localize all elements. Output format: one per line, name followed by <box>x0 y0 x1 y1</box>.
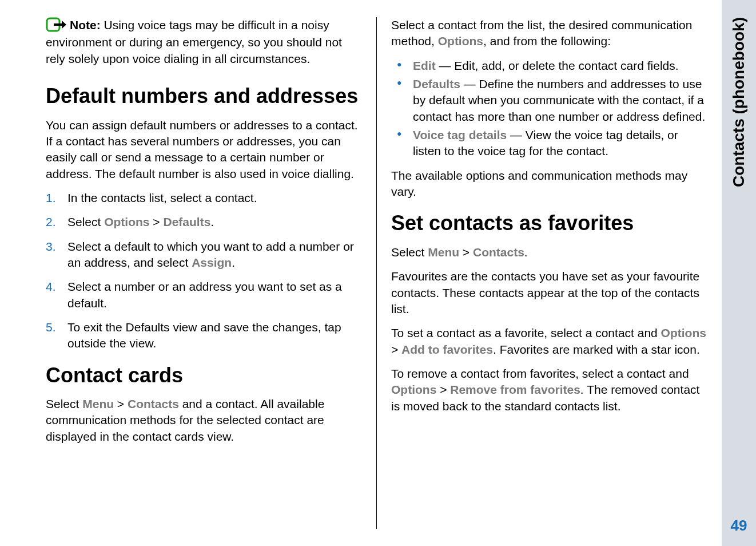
contact-cards-p1: Select Menu > Contacts and a contact. Al… <box>46 396 362 445</box>
page: Note: Using voice tags may be difficult … <box>0 0 756 546</box>
menu-term-remove-favorites: Remove from favorites <box>450 383 580 396</box>
menu-term-edit: Edit <box>413 59 436 72</box>
heading-default-numbers: Default numbers and addresses <box>46 84 362 108</box>
note-block: Note: Using voice tags may be difficult … <box>46 17 362 67</box>
menu-term-options: Options <box>391 383 436 396</box>
step-text-post: . <box>232 256 235 269</box>
menu-term-contacts: Contacts <box>473 246 524 259</box>
sidebar: Contacts (phonebook) 49 <box>722 0 756 546</box>
text-pre: Select <box>46 397 82 410</box>
step-number: 5. <box>46 319 56 335</box>
text-post: . <box>524 246 528 259</box>
heading-contact-cards: Contact cards <box>46 363 362 387</box>
menu-term-options: Options <box>104 215 149 228</box>
left-column: Note: Using voice tags may be difficult … <box>31 17 377 529</box>
default-numbers-intro: You can assign default numbers or addres… <box>46 117 362 182</box>
content-columns: Note: Using voice tags may be difficult … <box>31 17 722 529</box>
menu-term-voice-tag: Voice tag details <box>413 128 507 141</box>
sep: > <box>150 215 164 228</box>
sep: > <box>114 397 128 410</box>
step-text: To exit the Defaults view and save the c… <box>67 321 341 350</box>
menu-term-menu: Menu <box>82 397 114 410</box>
sep: > <box>459 246 473 259</box>
bullet-voice-tag: Voice tag details — View the voice tag d… <box>391 127 707 160</box>
step-text: Select a number or an address you want t… <box>67 280 342 309</box>
step-1: 1. In the contacts list, select a contac… <box>46 190 362 206</box>
sep: > <box>436 383 450 396</box>
step-number: 3. <box>46 239 56 255</box>
text-post: . Favorites are marked with a star icon. <box>493 343 700 356</box>
menu-term-defaults: Defaults <box>413 77 460 90</box>
note-label: Note: <box>70 18 101 31</box>
menu-term-options: Options <box>438 34 483 48</box>
steps-list: 1. In the contacts list, select a contac… <box>46 190 362 352</box>
text-post: , and from the following: <box>483 34 611 48</box>
step-2: 2. Select Options > Defaults. <box>46 214 362 230</box>
fav-p3: To set a contact as a favorite, select a… <box>391 325 707 358</box>
options-vary: The available options and communication … <box>391 168 707 200</box>
right-column: Select a contact from the list, the desi… <box>377 17 722 529</box>
bullet-edit: Edit — Edit, add, or delete the contact … <box>391 58 707 74</box>
step-3: 3. Select a default to which you want to… <box>46 239 362 271</box>
fav-p1: Select Menu > Contacts. <box>391 244 707 260</box>
step-5: 5. To exit the Defaults view and save th… <box>46 319 362 352</box>
page-number: 49 <box>731 517 747 535</box>
menu-term-options: Options <box>661 326 706 339</box>
step-4: 4. Select a number or an address you wan… <box>46 279 362 311</box>
fav-p2: Favourites are the contacts you have set… <box>391 268 707 317</box>
menu-term-add-favorites: Add to favorites <box>401 343 493 356</box>
options-bullets: Edit — Edit, add, or delete the contact … <box>391 58 707 160</box>
step-text-pre: Select <box>67 215 104 228</box>
note-arrow-icon <box>46 17 66 34</box>
step-text-post: . <box>210 215 214 228</box>
text-pre: To remove a contact from favorites, sele… <box>391 367 689 380</box>
menu-term-menu: Menu <box>428 246 459 259</box>
step-text: In the contacts list, select a contact. <box>67 191 257 204</box>
menu-term-contacts: Contacts <box>128 397 179 410</box>
step-number: 4. <box>46 279 56 295</box>
bullet-text: — Edit, add, or delete the contact card … <box>436 59 679 72</box>
menu-term-assign: Assign <box>192 256 232 269</box>
bullet-defaults: Defaults — Define the numbers and addres… <box>391 76 707 125</box>
menu-term-defaults: Defaults <box>163 215 210 228</box>
heading-favorites: Set contacts as favorites <box>391 211 707 235</box>
step-number: 1. <box>46 190 56 206</box>
text-pre: To set a contact as a favorite, select a… <box>391 326 661 339</box>
section-title: Contacts (phonebook) <box>730 17 748 187</box>
step-number: 2. <box>46 214 56 230</box>
right-intro: Select a contact from the list, the desi… <box>391 17 707 50</box>
sep: > <box>391 343 401 356</box>
fav-p4: To remove a contact from favorites, sele… <box>391 366 707 414</box>
text-pre: Select <box>391 246 428 259</box>
